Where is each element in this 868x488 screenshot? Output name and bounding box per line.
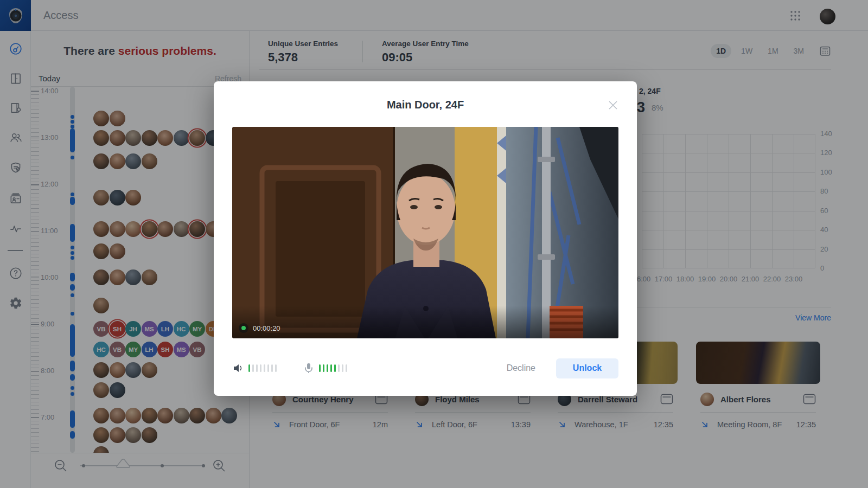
- level-bar: [256, 364, 258, 372]
- speaker-level-bars: [248, 364, 279, 372]
- level-bar: [323, 364, 324, 372]
- recording-indicator: 00:00:20: [239, 323, 280, 333]
- level-bar: [319, 364, 321, 372]
- modal-title: Main Door, 24F: [214, 99, 637, 111]
- recording-dot: [239, 323, 248, 333]
- close-icon[interactable]: [608, 100, 618, 111]
- level-bar: [275, 364, 277, 372]
- recording-time: 00:00:20: [253, 324, 280, 332]
- level-bar: [264, 364, 265, 372]
- level-bar: [271, 364, 273, 372]
- level-bar: [252, 364, 254, 372]
- doorbell-modal: Main Door, 24F: [214, 81, 637, 396]
- level-bar: [338, 364, 340, 372]
- mic-icon[interactable]: [303, 362, 315, 374]
- mic-level-bars: [319, 364, 349, 372]
- level-bar: [334, 364, 336, 372]
- level-bar: [342, 364, 343, 372]
- level-bar: [260, 364, 261, 372]
- decline-button[interactable]: Decline: [499, 359, 543, 377]
- speaker-icon[interactable]: [232, 362, 244, 374]
- level-bar: [346, 364, 347, 372]
- level-bar: [248, 364, 250, 372]
- level-bar: [267, 364, 269, 372]
- unlock-button[interactable]: Unlock: [556, 358, 618, 378]
- video-gradient: [232, 306, 618, 338]
- level-bar: [330, 364, 332, 372]
- modal-controls: Decline Unlock: [232, 358, 618, 378]
- level-bar: [327, 364, 328, 372]
- door-camera-video[interactable]: 00:00:20: [232, 127, 618, 338]
